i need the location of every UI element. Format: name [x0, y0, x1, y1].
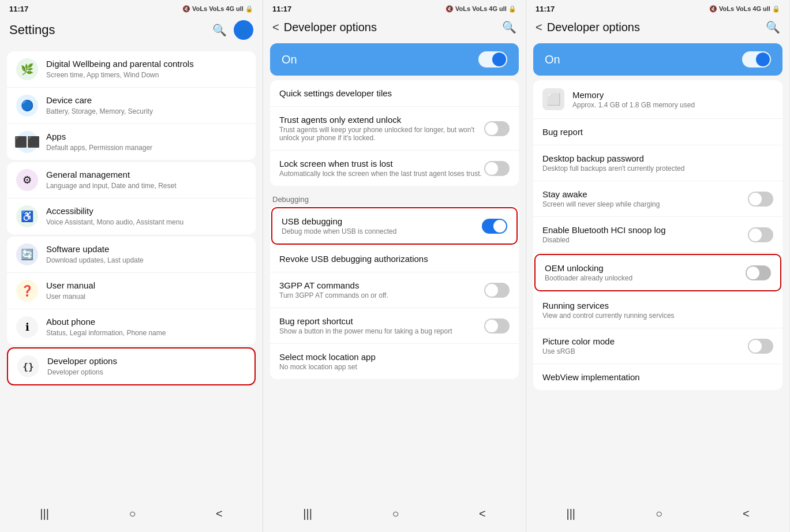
item-trust-agents[interactable]: Trust agents only extend unlock Trust ag… [270, 107, 519, 151]
status-time-1: 11:17 [9, 5, 28, 13]
search-button-3[interactable]: 🔍 [766, 20, 780, 34]
softwareupdate-subtitle: Download updates, Last update [46, 256, 246, 265]
usb-debug-toggle[interactable] [482, 219, 507, 234]
status-time-3: 11:17 [536, 5, 555, 13]
stay-awake-toggle[interactable] [748, 192, 773, 207]
oem-unlocking-knob [747, 267, 759, 279]
settings-item-softwareupdate[interactable]: 🔄 Software update Download updates, Last… [7, 237, 256, 273]
settings-item-accessibility[interactable]: ♿ Accessibility Voice Assistant, Mono au… [7, 198, 256, 234]
item-3gpp[interactable]: 3GPP AT commands Turn 3GPP AT commands o… [270, 272, 519, 308]
back-button-2[interactable]: < [272, 21, 279, 34]
bug-shortcut-knob [485, 320, 498, 332]
settings-item-devicecare[interactable]: 🔵 Device care Battery, Storage, Memory, … [7, 88, 256, 124]
aboutphone-icon: ℹ [16, 316, 38, 338]
search-button-2[interactable]: 🔍 [502, 20, 516, 34]
settings-item-usermanual[interactable]: ❓ User manual User manual [7, 273, 256, 309]
lock-screen-knob [485, 162, 498, 175]
nav-back-2[interactable]: < [467, 505, 497, 523]
item-mock-location[interactable]: Select mock location app No mock locatio… [270, 344, 519, 379]
item-picture-color[interactable]: Picture color mode Use sRGB [533, 328, 782, 364]
nav-home-2[interactable]: ○ [380, 505, 410, 523]
toggle-banner-2[interactable]: On [270, 43, 519, 76]
picture-color-knob [749, 340, 762, 353]
item-running-services[interactable]: Running services View and control curren… [533, 293, 782, 328]
settings-scroll[interactable]: 🌿 Digital Wellbeing and parental control… [0, 47, 263, 498]
developer-options-item-highlighted[interactable]: {} Developer options Developer options [7, 347, 256, 385]
lock-screen-toggle[interactable] [484, 161, 510, 176]
nav-recent-3[interactable]: ||| [555, 505, 587, 523]
softwareupdate-icon: 🔄 [16, 243, 38, 265]
item-revoke-usb[interactable]: Revoke USB debugging authorizations [270, 246, 519, 272]
bug-shortcut-sub: Show a button in the power menu for taki… [279, 327, 484, 335]
picture-color-text: Picture color mode Use sRGB [542, 336, 748, 355]
bug-shortcut-toggle[interactable] [484, 319, 510, 334]
3gpp-toggle[interactable] [484, 283, 510, 298]
nav-recent-2[interactable]: ||| [291, 505, 324, 523]
search-button[interactable]: 🔍 [212, 23, 227, 37]
settings-item-general[interactable]: ⚙ General management Language and input,… [7, 162, 256, 198]
nav-home-1[interactable]: ○ [117, 505, 147, 523]
nav-back-1[interactable]: < [204, 505, 234, 523]
desktop-backup-title: Desktop backup password [542, 153, 773, 163]
dev-scroll-2[interactable]: Quick settings developer tiles Trust age… [263, 80, 526, 498]
aboutphone-title: About phone [46, 316, 246, 328]
toggle-banner-3[interactable]: On [533, 43, 782, 76]
running-services-text: Running services View and control curren… [542, 301, 773, 320]
accessibility-text: Accessibility Voice Assistant, Mono audi… [46, 205, 246, 227]
oem-unlocking-toggle[interactable] [746, 265, 771, 280]
toggle-label-3: On [545, 53, 560, 66]
settings-item-aboutphone[interactable]: ℹ About phone Status, Legal information,… [7, 309, 256, 345]
nav-recent-1[interactable]: ||| [28, 505, 61, 523]
avatar[interactable]: 👤 [234, 20, 253, 40]
item-usb-debugging-highlighted[interactable]: USB debugging Debug mode when USB is con… [271, 207, 518, 245]
bluetooth-hci-toggle[interactable] [748, 227, 773, 242]
wellbeing-subtitle: Screen time, App timers, Wind Down [46, 71, 246, 80]
running-services-title: Running services [542, 301, 773, 310]
stay-awake-title: Stay awake [542, 189, 748, 199]
bug-shortcut-title: Bug report shortcut [279, 316, 484, 326]
dev-title-3: Developer options [547, 21, 766, 34]
revoke-usb-text: Revoke USB debugging authorizations [279, 254, 510, 264]
item-quick-tiles[interactable]: Quick settings developer tiles [270, 80, 519, 107]
item-desktop-backup[interactable]: Desktop backup password Desktop full bac… [533, 145, 782, 181]
dev-scroll-3[interactable]: ⬜ Memory Approx. 1.4 GB of 1.8 GB memory… [526, 80, 789, 498]
wellbeing-title: Digital Wellbeing and parental controls [46, 58, 246, 70]
usb-debug-text: USB debugging Debug mode when USB is con… [282, 216, 482, 235]
item-stay-awake[interactable]: Stay awake Screen will never sleep while… [533, 181, 782, 217]
item-bug-shortcut[interactable]: Bug report shortcut Show a button in the… [270, 308, 519, 344]
group-general: ⚙ General management Language and input,… [7, 162, 256, 234]
item-lock-screen[interactable]: Lock screen when trust is lost Automatic… [270, 151, 519, 186]
bluetooth-hci-title: Enable Bluetooth HCI snoop log [542, 225, 748, 235]
nav-bar-3: ||| ○ < [526, 498, 789, 532]
item-oem-unlocking-highlighted[interactable]: OEM unlocking Bootloader already unlocke… [534, 254, 781, 291]
back-button-3[interactable]: < [536, 21, 542, 34]
item-webview[interactable]: WebView implementation [533, 364, 782, 390]
nav-home-3[interactable]: ○ [644, 505, 674, 523]
memory-title: Memory [572, 90, 773, 100]
developer-toggle-3[interactable] [742, 51, 771, 68]
stay-awake-text: Stay awake Screen will never sleep while… [542, 189, 748, 208]
bluetooth-hci-text: Enable Bluetooth HCI snoop log Disabled [542, 225, 748, 244]
stay-awake-sub: Screen will never sleep while charging [542, 200, 748, 208]
dev-title-2: Developer options [284, 21, 502, 34]
usb-debug-sub: Debug mode when USB is connected [282, 227, 482, 235]
developer-toggle-2[interactable] [478, 51, 507, 68]
trust-agents-toggle[interactable] [484, 121, 510, 136]
item-bluetooth-hci[interactable]: Enable Bluetooth HCI snoop log Disabled [533, 217, 782, 253]
picture-color-toggle[interactable] [748, 339, 773, 354]
developer-title: Developer options [47, 355, 245, 367]
general-subtitle: Language and input, Date and time, Reset [46, 182, 246, 191]
lock-screen-sub: Automatically lock the screen when the l… [279, 170, 484, 178]
devicecare-title: Device care [46, 95, 246, 106]
status-bar-2: 11:17 🔇 VoLs VoLs 4G ull 🔒 [263, 0, 526, 16]
settings-item-apps[interactable]: ⬛⬛ Apps Default apps, Permission manager [7, 124, 256, 160]
bluetooth-hci-sub: Disabled [542, 236, 748, 244]
picture-color-sub: Use sRGB [542, 347, 748, 355]
item-bug-report[interactable]: Bug report [533, 119, 782, 145]
settings-item-wellbeing[interactable]: 🌿 Digital Wellbeing and parental control… [7, 51, 256, 88]
nav-back-3[interactable]: < [731, 505, 761, 523]
settings-item-developer[interactable]: {} Developer options Developer options [8, 349, 254, 384]
status-bar-3: 11:17 🔇 VoLs VoLs 4G ull 🔒 [526, 0, 789, 16]
picture-color-title: Picture color mode [542, 336, 748, 346]
item-memory[interactable]: ⬜ Memory Approx. 1.4 GB of 1.8 GB memory… [533, 80, 782, 119]
